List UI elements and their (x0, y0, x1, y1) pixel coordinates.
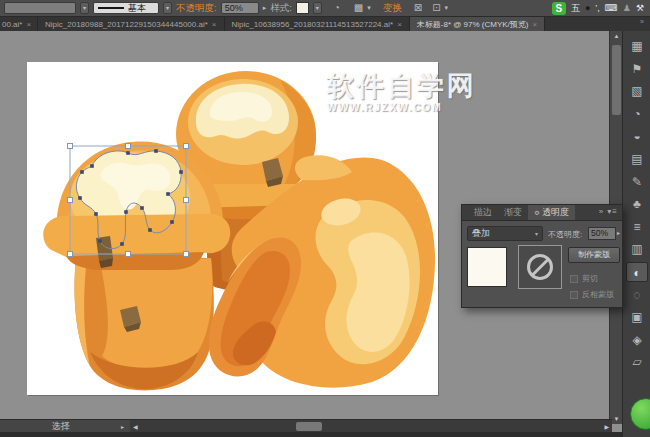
document-tab-label: Nipic_20180988_20171229150344445000.ai* (45, 20, 208, 29)
ime-keyboard-icon[interactable]: ⌨ (605, 3, 618, 13)
swatches-panel-icon[interactable]: ▤ (626, 149, 648, 169)
stroke-panel-icon[interactable]: ≡ (626, 217, 648, 237)
transparency-panel-tabs: 描边渐变≎透明度» ▾≡ (461, 204, 623, 220)
panel-collapse-icon[interactable]: » (599, 207, 604, 216)
illustrator-window: ▾ 基本 ▾ 不透明度: 50% ▸ 样式: ▾ ◔ ▩ ▾ 变换 ⊠ ⊡ ▾ … (0, 0, 650, 437)
muffin-left[interactable] (43, 141, 230, 390)
panel-tab-prefix-icon: ≎ (534, 209, 540, 217)
panel-tab-inactive[interactable]: 渐变 (498, 205, 528, 220)
style-dropdown-icon[interactable]: ▾ (313, 2, 322, 14)
tab-close-icon[interactable]: × (533, 20, 538, 29)
status-bar: 选择 ▸ (0, 419, 130, 432)
tab-close-icon[interactable]: × (212, 20, 217, 29)
control-bar: ▾ 基本 ▾ 不透明度: 50% ▸ 样式: ▾ ◔ ▩ ▾ 变换 ⊠ ⊡ ▾ … (0, 0, 650, 17)
select-similar-icon[interactable]: ▩ (354, 2, 363, 14)
isolate-icon[interactable]: ⊡ (432, 2, 440, 14)
bounding-box-icon[interactable]: ⊠ (414, 2, 422, 14)
document-tab[interactable]: Nipic_10638956_20180321114513527224.ai*× (225, 17, 410, 31)
blend-mode-value: 叠加 (472, 227, 490, 240)
horizontal-scrollbar-thumb[interactable] (296, 422, 322, 431)
tab-close-icon[interactable]: × (397, 20, 402, 29)
stroke-line-preview (98, 7, 124, 9)
panel-tab-active[interactable]: ≎透明度 (528, 205, 575, 220)
scroll-left-icon[interactable]: ◀ (133, 423, 138, 430)
panel-dock: » ▦⚑▧◔◒▤✎♣≡▥◐◌▣◈▱ (622, 17, 650, 437)
mask-thumbnail[interactable] (518, 245, 562, 289)
blend-mode-dropdown[interactable]: 叠加 ▾ (467, 226, 543, 241)
invert-mask-checkbox[interactable]: 反相蒙版 (570, 289, 614, 300)
ime-dot-icon[interactable]: ● (585, 3, 590, 13)
stroke-weight-dropdown-icon[interactable]: ▾ (80, 2, 89, 14)
panel-tab-label: 描边 (474, 206, 492, 219)
ime-mode-label[interactable]: 五 (571, 2, 580, 15)
tab-close-icon[interactable]: × (26, 20, 31, 29)
ime-punct-icon[interactable]: ’, (595, 3, 600, 13)
clip-checkbox-label: 剪切 (582, 273, 598, 284)
opacity-input[interactable]: 50% (221, 2, 259, 14)
artboard[interactable] (27, 62, 438, 395)
clip-checkbox[interactable]: 剪切 (570, 273, 598, 284)
isolate-dropdown-icon[interactable]: ▾ (445, 4, 449, 12)
brush-definition-dropdown-icon[interactable]: ▾ (163, 2, 172, 14)
kuler-panel-icon[interactable]: ▦ (626, 36, 648, 56)
brush-definition-label: 基本 (128, 2, 146, 15)
tab-bar-overflow-icon[interactable]: » (640, 17, 650, 31)
opacity-stepper-icon[interactable]: ▸ (263, 4, 267, 12)
symbols-panel-icon[interactable]: ♣ (626, 194, 648, 214)
layers-panel-icon[interactable]: ◈ (626, 330, 648, 350)
transparency-panel: 描边渐变≎透明度» ▾≡ 叠加 ▾ 不透明度: 50% ▸ 制作蒙版 剪切 反相… (461, 204, 623, 308)
vertical-scrollbar-thumb[interactable] (612, 45, 621, 115)
panel-tab-label: 透明度 (542, 206, 569, 219)
panel-tab-label: 渐变 (504, 206, 522, 219)
panel-tab-inactive[interactable]: 描边 (468, 205, 498, 220)
gradient-panel-icon[interactable]: ▥ (626, 239, 648, 259)
recolor-artwork-icon[interactable]: ◔ (334, 2, 340, 14)
muffin-artwork[interactable] (27, 62, 438, 395)
panel-opacity-stepper-icon[interactable]: ▸ (617, 229, 620, 236)
appearance-panel-icon[interactable]: ◌ (626, 285, 648, 305)
document-tab-label: Nipic_10638956_20180321114513527224.ai* (232, 20, 394, 29)
clip-checkbox-box[interactable] (570, 275, 578, 283)
sogou-logo-icon[interactable]: S (552, 2, 566, 15)
opacity-label: 不透明度: (176, 2, 217, 15)
panel-opacity-input[interactable]: 50% (588, 227, 616, 240)
select-similar-dropdown-icon[interactable]: ▾ (367, 4, 371, 12)
document-tab[interactable]: 未标题-8* @ 97% (CMYK/预览)× (410, 17, 545, 31)
invert-mask-checkbox-box[interactable] (570, 291, 578, 299)
style-swatch[interactable] (296, 2, 309, 14)
ime-wrench-icon[interactable]: ⚒ (636, 3, 644, 13)
no-mask-icon (527, 254, 553, 280)
transform-link[interactable]: 变换 (383, 2, 402, 15)
flag-panel-icon[interactable]: ⚑ (626, 59, 648, 79)
make-mask-button[interactable]: 制作蒙版 (568, 247, 620, 263)
document-tab-label: 未标题-8* @ 97% (CMYK/预览) (417, 19, 529, 30)
blend-mode-dropdown-icon: ▾ (535, 230, 538, 237)
brushes-panel-icon[interactable]: ✎ (626, 172, 648, 192)
artboards-panel-icon[interactable]: ▧ (626, 81, 648, 101)
horizontal-scrollbar[interactable]: ◀ ▶ (130, 419, 612, 432)
stroke-weight-field[interactable] (4, 2, 76, 14)
navigator-panel-icon[interactable]: ▱ (626, 352, 648, 372)
style-label: 样式: (270, 2, 292, 15)
status-flyout-icon[interactable]: ▸ (121, 423, 130, 430)
bottom-edge (0, 432, 650, 437)
tab-bar: » 00.ai*×Nipic_20180988_2017122915034444… (0, 17, 650, 31)
scroll-right-icon[interactable]: ▶ (604, 423, 609, 430)
ime-skin-icon[interactable]: ♟ (623, 3, 631, 13)
object-thumbnail[interactable] (467, 247, 507, 287)
graphic-styles-panel-icon[interactable]: ▣ (626, 307, 648, 327)
panel-menu-icon[interactable]: ▾≡ (607, 207, 618, 216)
transparency-panel-icon[interactable]: ◐ (626, 262, 648, 282)
transparency-panel-body: 叠加 ▾ 不透明度: 50% ▸ 制作蒙版 剪切 反相蒙版 (461, 220, 623, 308)
brush-definition-dropdown[interactable]: 基本 (93, 2, 159, 14)
ime-toolbar: S 五 ● ’, ⌨ ♟ ⚒ (552, 2, 646, 15)
document-tab[interactable]: 00.ai*× (0, 17, 38, 31)
document-tab-label: 00.ai* (2, 20, 22, 29)
panel-opacity-label: 不透明度: (548, 229, 582, 240)
color-panel-icon[interactable]: ◒ (626, 126, 648, 146)
current-tool-label: 选择 (0, 420, 121, 433)
document-tab[interactable]: Nipic_20180988_20171229150344445000.ai*× (38, 17, 225, 31)
invert-mask-checkbox-label: 反相蒙版 (582, 289, 614, 300)
gradient-pie-panel-icon[interactable]: ◔ (626, 104, 648, 124)
